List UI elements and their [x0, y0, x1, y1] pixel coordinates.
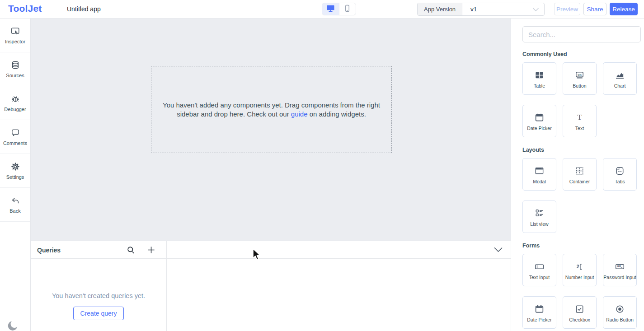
release-button[interactable]: Release — [610, 3, 638, 15]
sidebar-item-settings[interactable]: Settings — [0, 154, 30, 188]
sidebar-item-back[interactable]: Back — [0, 188, 30, 222]
widget-card-tabs[interactable]: Tabs — [603, 158, 637, 191]
widget-label: Checkbox — [569, 317, 590, 323]
button-icon: OK — [574, 69, 585, 81]
table-icon — [534, 69, 545, 81]
widget-grid: Table OK Button Chart Date Picker — [522, 62, 639, 137]
app-version-group: App Version v1 — [417, 3, 545, 16]
add-query-button[interactable] — [147, 246, 155, 254]
desktop-monitor-icon — [326, 4, 335, 14]
app-title[interactable]: Untitled app — [67, 5, 101, 13]
widget-search-input[interactable] — [522, 26, 641, 42]
back-arrow-icon — [10, 196, 20, 205]
section-title-commonly-used: Commonly Used — [522, 51, 639, 57]
widget-card-list-view[interactable]: List view — [522, 200, 556, 233]
query-panel-collapse-button[interactable] — [494, 247, 503, 253]
widget-label: Container — [569, 179, 590, 185]
section-title-layouts: Layouts — [522, 147, 639, 153]
widget-label: Tabs — [615, 179, 625, 185]
svg-text:OK: OK — [578, 74, 582, 76]
queries-title: Queries — [37, 247, 61, 254]
widget-card-radio-button[interactable]: Radio Button — [603, 296, 637, 329]
inspector-icon — [10, 26, 20, 36]
widget-label: Date Picker — [527, 126, 551, 131]
desktop-toggle-button[interactable] — [322, 3, 339, 15]
widget-label: Button — [573, 83, 586, 89]
mobile-phone-icon — [343, 4, 352, 14]
empty-canvas-message: You haven't added any components yet. Dr… — [163, 101, 381, 119]
sidebar-item-inspector[interactable]: Inspector — [0, 19, 30, 52]
sidebar-item-label: Inspector — [5, 39, 25, 44]
query-list-pane: You haven't created queries yet. Create … — [31, 259, 166, 331]
chevron-down-icon — [494, 247, 503, 254]
comment-icon — [10, 128, 20, 138]
left-toolbar: Inspector Sources Debugger Comments Sett… — [0, 19, 31, 331]
dark-mode-toggle[interactable] — [7, 320, 19, 331]
queries-empty-message: You haven't created queries yet. — [31, 292, 166, 299]
guide-link[interactable]: guide — [291, 110, 308, 118]
widget-card-modal[interactable]: Modal — [522, 158, 556, 191]
widget-card-text[interactable]: T Text — [563, 105, 597, 137]
container-icon — [574, 165, 585, 177]
list-view-icon — [534, 207, 545, 219]
widget-label: Text Input — [529, 275, 550, 280]
widget-card-number-input[interactable]: 2 Number Input — [563, 254, 597, 286]
bug-icon — [10, 94, 20, 104]
widget-card-chart[interactable]: Chart — [603, 62, 637, 95]
section-title-forms: Forms — [522, 242, 639, 249]
plus-icon — [147, 249, 155, 256]
search-icon — [127, 249, 135, 256]
widget-card-container[interactable]: Container — [563, 158, 597, 191]
widget-card-date-picker-2[interactable]: Date Picker — [522, 296, 556, 329]
sidebar-item-label: Comments — [3, 140, 27, 146]
moon-icon — [7, 326, 19, 331]
widget-card-date-picker[interactable]: Date Picker — [522, 105, 556, 137]
widget-card-button[interactable]: OK Button — [563, 62, 597, 95]
widget-label: Table — [534, 83, 545, 89]
svg-text:**: ** — [617, 264, 621, 270]
calendar-icon — [534, 112, 545, 124]
widget-grid: Modal Container Tabs List view — [522, 158, 639, 233]
canvas[interactable]: You haven't added any components yet. Dr… — [31, 19, 511, 241]
create-query-button[interactable]: Create query — [73, 307, 124, 320]
device-layout-toggle — [322, 3, 356, 15]
canvas-dropzone[interactable]: You haven't added any components yet. Dr… — [151, 66, 392, 153]
sidebar-item-comments[interactable]: Comments — [0, 120, 30, 154]
sidebar-item-sources[interactable]: Sources — [0, 52, 30, 86]
app-version-select[interactable]: v1 — [462, 3, 544, 15]
widget-card-text-input[interactable]: Text Input — [522, 254, 556, 286]
share-button[interactable]: Share — [583, 3, 606, 15]
password-input-icon: ** — [615, 261, 625, 273]
database-icon — [10, 60, 20, 70]
sidebar-item-label: Debugger — [4, 107, 26, 112]
widget-label: Date Picker — [527, 317, 551, 323]
widget-card-password-input[interactable]: ** Password Input — [603, 254, 637, 286]
mobile-toggle-button[interactable] — [339, 3, 356, 15]
gear-icon — [10, 162, 20, 172]
widget-card-checkbox[interactable]: Checkbox — [563, 296, 597, 329]
query-search-button[interactable] — [127, 246, 135, 254]
app-version-label: App Version — [418, 3, 462, 15]
checkbox-icon — [574, 303, 585, 315]
widget-label: List view — [530, 221, 548, 227]
widget-sidebar: Commonly Used Table OK Button Chart — [511, 19, 644, 331]
widget-grid: Text Input 2 Number Input ** Password In… — [522, 254, 639, 329]
radio-icon — [615, 303, 625, 315]
topbar: ToolJet Untitled app App Version v1 — [0, 0, 644, 19]
tooljet-logo[interactable]: ToolJet — [8, 3, 42, 14]
preview-button[interactable]: Preview — [554, 3, 580, 15]
widget-label: Password Input — [603, 275, 636, 280]
query-panel-header: Queries — [31, 241, 511, 259]
sidebar-item-label: Back — [9, 208, 20, 214]
query-panel: Queries You haven't created queries yet.… — [31, 241, 511, 331]
svg-text:T: T — [577, 113, 582, 122]
widget-card-table[interactable]: Table — [522, 62, 556, 95]
sidebar-item-label: Settings — [6, 174, 24, 180]
widget-label: Number Input — [565, 275, 594, 280]
text-input-icon — [534, 261, 545, 273]
sidebar-item-debugger[interactable]: Debugger — [0, 86, 30, 120]
svg-text:2: 2 — [577, 264, 579, 269]
chart-icon — [615, 69, 625, 81]
widget-label: Text — [575, 126, 584, 131]
widget-label: Radio Button — [606, 317, 634, 323]
